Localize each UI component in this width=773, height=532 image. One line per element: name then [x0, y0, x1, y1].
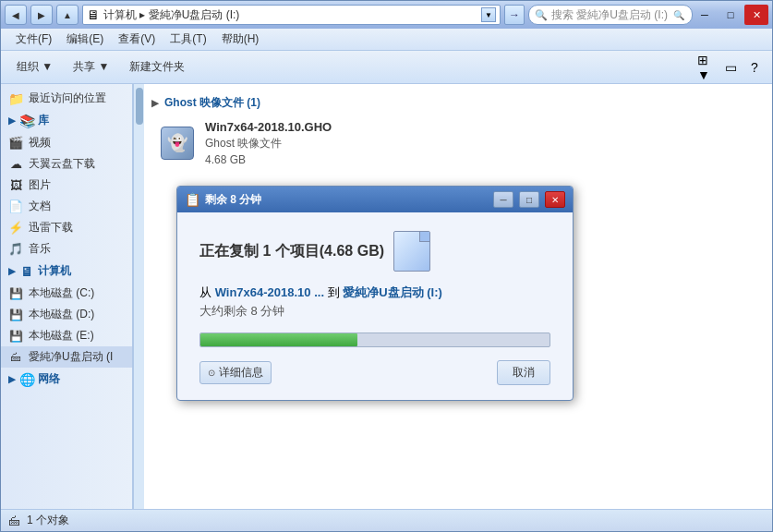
library-label: 库 [38, 113, 49, 128]
network-arrow: ▶ [8, 374, 16, 384]
thunder-icon: ⚡ [8, 221, 23, 236]
drive-d-icon: 💾 [8, 308, 23, 322]
up-button[interactable]: ▲ [56, 5, 79, 25]
back-button[interactable]: ◀ [5, 5, 27, 25]
file-group-header: ▶ Ghost 映像文件 (1) [151, 91, 765, 115]
address-separator: ▸ [139, 8, 148, 21]
help-button[interactable]: ? [744, 57, 765, 78]
forward-button[interactable]: ▶ [30, 5, 53, 25]
sidebar-scroll-thumb[interactable] [136, 88, 143, 125]
sidebar-wrapper: 📁 最近访问的位置 ▶ 📚 库 🎬 视频 ☁ 天翼云盘下载 [1, 84, 144, 509]
library-arrow: ▶ [8, 115, 16, 126]
progress-bar-fill [200, 333, 357, 346]
sidebar-drive-d-label: 本地磁盘 (D:) [29, 307, 94, 322]
sidebar-item-photos[interactable]: 🖼 图片 [1, 175, 132, 196]
sidebar-music-label: 音乐 [29, 241, 51, 257]
share-button[interactable]: 共享 ▼ [65, 54, 117, 79]
sidebar-library-header[interactable]: ▶ 📚 库 [1, 109, 132, 132]
video-icon: 🎬 [8, 136, 23, 151]
dialog-close-button[interactable]: ✕ [545, 191, 565, 208]
address-go-button[interactable]: → [504, 5, 525, 25]
dialog-body: 正在复制 1 个项目(4.68 GB) 从 Win7x64-2018.10 ..… [177, 212, 573, 400]
sidebar-network-header[interactable]: ▶ 🌐 网络 [1, 368, 132, 391]
details-arrow-icon: ⊙ [208, 368, 215, 378]
menu-edit[interactable]: 编辑(E) [59, 30, 111, 49]
network-label: 网络 [38, 371, 60, 387]
dialog-title-icon: 📋 [185, 192, 199, 207]
menu-bar: 文件(F) 编辑(E) 查看(V) 工具(T) 帮助(H) [1, 29, 772, 51]
drive-c-icon: 💾 [8, 286, 23, 301]
sidebar-item-thunder[interactable]: ⚡ 迅雷下载 [1, 217, 132, 238]
copy-from-label: 从 [199, 285, 215, 299]
minimize-button[interactable]: ─ [693, 5, 717, 25]
sidebar-item-video[interactable]: 🎬 视频 [1, 132, 132, 153]
menu-file[interactable]: 文件(F) [8, 30, 59, 49]
dialog-title-text: 剩余 8 分钟 [205, 192, 488, 208]
dialog-minimize-button[interactable]: ─ [493, 191, 513, 208]
sidebar-item-drive-d[interactable]: 💾 本地磁盘 (D:) [1, 304, 132, 325]
sidebar: 📁 最近访问的位置 ▶ 📚 库 🎬 视频 ☁ 天翼云盘下载 [1, 84, 133, 509]
sidebar-item-cloud[interactable]: ☁ 天翼云盘下载 [1, 153, 132, 175]
address-folder-icon: 🖥 [87, 7, 100, 22]
details-toggle-button[interactable]: ⊙ 详细信息 [199, 361, 272, 384]
recent-icon: 📁 [8, 91, 23, 106]
file-name: Win7x64-2018.10.GHO [205, 120, 332, 134]
search-bar[interactable]: 🔍 搜索 愛純净U盘启动 (I:) 🔍 [528, 5, 693, 25]
dialog-title-bar: 📋 剩余 8 分钟 ─ □ ✕ [177, 187, 573, 212]
doc-icon: 📄 [8, 200, 23, 214]
address-dropdown[interactable]: ▼ [481, 7, 496, 22]
dialog-main-title: 正在复制 1 个项目(4.68 GB) [199, 231, 550, 272]
status-drive-icon: 🖮 [8, 514, 21, 528]
sidebar-item-recent[interactable]: 📁 最近访问的位置 [1, 88, 132, 109]
details-label: 详细信息 [219, 365, 263, 381]
details-pane-button[interactable]: ▭ [720, 57, 741, 78]
close-button[interactable]: ✕ [744, 5, 768, 25]
menu-help[interactable]: 帮助(H) [214, 30, 267, 49]
address-text: 计算机 ▸ 愛純净U盘启动 (I:) [103, 7, 477, 23]
sidebar-item-drive-c[interactable]: 💾 本地磁盘 (C:) [1, 283, 132, 304]
copy-source-name: Win7x64-2018.10 ... [215, 285, 324, 299]
progress-bar-container [199, 332, 550, 347]
sidebar-item-drive-e[interactable]: 💾 本地磁盘 (E:) [1, 325, 132, 346]
sidebar-scrollbar[interactable] [133, 84, 144, 509]
file-item-gho[interactable]: Win7x64-2018.10.GHO Ghost 映像文件 4.68 GB [151, 115, 765, 172]
group-arrow: ▶ [151, 98, 159, 108]
search-submit-button[interactable]: 🔍 [671, 7, 686, 22]
sidebar-item-music[interactable]: 🎵 音乐 [1, 238, 132, 260]
address-bar[interactable]: 🖥 计算机 ▸ 愛純净U盘启动 (I:) ▼ [82, 5, 501, 25]
search-placeholder-text: 搜索 愛純净U盘启动 (I:) [551, 7, 668, 23]
file-icon-gho [159, 125, 196, 162]
file-type: Ghost 映像文件 [205, 136, 332, 151]
sidebar-drive-i-label: 愛純净U盘启动 (I [29, 349, 113, 365]
sidebar-item-drive-i[interactable]: 🖮 愛純净U盘启动 (I [1, 346, 132, 368]
sidebar-photo-label: 图片 [29, 177, 51, 193]
maximize-button[interactable]: □ [719, 5, 743, 25]
status-bar: 🖮 1 个对象 [1, 509, 772, 531]
dialog-maximize-button[interactable]: □ [519, 191, 539, 208]
copy-dialog: 📋 剩余 8 分钟 ─ □ ✕ 正在复制 1 个项目(4.68 GB) 从 Wi… [176, 186, 574, 401]
window-controls: ─ □ ✕ [693, 5, 768, 25]
view-options-button[interactable]: ⊞ ▼ [696, 57, 717, 78]
sidebar-item-docs[interactable]: 📄 文档 [1, 196, 132, 217]
sidebar-computer-header[interactable]: ▶ 🖥 计算机 [1, 260, 132, 283]
sidebar-cloud-label: 天翼云盘下载 [29, 156, 95, 172]
sidebar-drive-c-label: 本地磁盘 (C:) [29, 285, 94, 301]
new-folder-button[interactable]: 新建文件夹 [121, 54, 193, 79]
ghost-icon [161, 127, 194, 160]
library-icon: 📚 [19, 114, 34, 128]
copy-time-remaining: 大约剩余 8 分钟 [199, 303, 550, 320]
menu-view[interactable]: 查看(V) [111, 30, 163, 49]
computer-icon: 🖥 [19, 264, 34, 279]
cancel-button[interactable]: 取消 [497, 360, 550, 385]
drive-e-icon: 💾 [8, 329, 23, 344]
main-window: ◀ ▶ ▲ 🖥 计算机 ▸ 愛純净U盘启动 (I:) ▼ → 🔍 搜索 愛純净U… [0, 0, 773, 532]
sidebar-video-label: 视频 [29, 135, 51, 151]
copy-doc-icon [393, 231, 430, 272]
computer-label: 计算机 [38, 263, 71, 279]
sidebar-recent-label: 最近访问的位置 [29, 91, 106, 106]
sidebar-drive-e-label: 本地磁盘 (E:) [29, 328, 94, 344]
menu-tools[interactable]: 工具(T) [163, 30, 213, 49]
music-icon: 🎵 [8, 242, 23, 257]
title-bar: ◀ ▶ ▲ 🖥 计算机 ▸ 愛純净U盘启动 (I:) ▼ → 🔍 搜索 愛純净U… [1, 1, 772, 29]
organize-button[interactable]: 组织 ▼ [8, 54, 61, 79]
